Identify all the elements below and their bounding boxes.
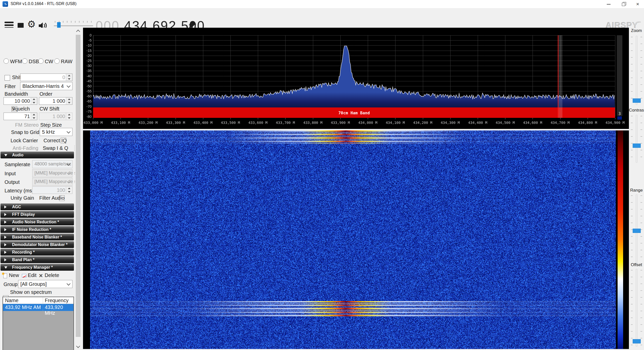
- offset-ticks: [631, 270, 633, 346]
- samplerate-dropdown[interactable]: 48000 sample/sec: [32, 160, 72, 168]
- section-band-plan[interactable]: Band Plan *: [1, 256, 74, 263]
- cw-shift-input: 1 000: [39, 113, 72, 120]
- bandwidth-label: Bandwidth: [5, 91, 28, 97]
- chevron-down-icon: [67, 282, 71, 286]
- fm-edit-button[interactable]: Edit: [21, 272, 36, 278]
- latency-input[interactable]: 100: [32, 186, 72, 194]
- filter-label: Filter: [5, 84, 16, 89]
- unity-gain-label: Unity Gain: [11, 195, 34, 201]
- chevron-down-icon: [67, 130, 71, 134]
- audio-output-dropdown: [MME] Mappeur de so: [32, 178, 72, 186]
- scrollbar-thumb[interactable]: [76, 35, 80, 337]
- correct-iq-label: Correct IQ: [44, 138, 67, 144]
- spectrum-panel: [83, 28, 629, 129]
- shift-input[interactable]: 0: [20, 74, 72, 81]
- order-label: Order: [39, 91, 52, 97]
- mode-radio-wfm[interactable]: [4, 58, 9, 64]
- group-dropdown[interactable]: [All Groups]: [18, 280, 72, 288]
- samplerate-label: Samplerate: [5, 162, 30, 167]
- mode-radio-dsb[interactable]: [22, 58, 27, 64]
- range-slider-label: Range: [629, 188, 644, 193]
- scroll-down-icon[interactable]: [76, 344, 80, 348]
- mode-label-wfm: WFM: [10, 59, 22, 64]
- swap-iq-label: Swap I & Q: [43, 145, 68, 151]
- latency-label: Latency (ms): [5, 188, 34, 194]
- contrast-slider[interactable]: [636, 115, 637, 163]
- app-window: ∿ SDR# v1.0.0.1664 - RTL-SDR (USB) × ⚙ 0…: [0, 0, 644, 350]
- order-input[interactable]: 1 000: [39, 97, 72, 105]
- section-demodulator-noise-blanker[interactable]: Demodulator Noise Blanker *: [1, 241, 74, 248]
- section-audio-noise-reduction[interactable]: Audio Noise Reduction *: [1, 219, 74, 225]
- show-on-spectrum-label: Show on spectrum: [10, 289, 52, 295]
- minimize-button[interactable]: [601, 0, 616, 8]
- collapse-arrow-icon: [4, 154, 7, 156]
- edit-icon: [21, 273, 26, 278]
- contrast-slider-thumb[interactable]: [633, 144, 641, 148]
- delete-icon: ✕: [38, 273, 43, 278]
- section-agc[interactable]: AGC: [1, 203, 74, 210]
- section-recording[interactable]: Recording *: [1, 249, 74, 256]
- offset-slider[interactable]: [636, 269, 637, 346]
- snap-to-grid-label: Snap to Grid: [11, 129, 39, 135]
- filter-audio-label: Filter Audio: [39, 195, 64, 201]
- shift-checkbox[interactable]: [5, 75, 10, 81]
- scroll-up-icon[interactable]: [76, 30, 80, 34]
- expand-arrow-icon: [4, 205, 7, 208]
- expand-arrow-icon: [4, 213, 7, 216]
- contrast-slider-label: Contrast: [629, 108, 644, 113]
- step-size-dropdown[interactable]: 5 kHz: [40, 128, 72, 136]
- section-audio[interactable]: Audio: [1, 152, 74, 158]
- offset-slider-label: Offset: [629, 262, 644, 267]
- close-button[interactable]: ×: [630, 0, 644, 8]
- section-fft-display[interactable]: FFT Display: [1, 211, 74, 218]
- squelch-input[interactable]: 71: [4, 113, 37, 120]
- range-ticks: [640, 195, 642, 265]
- expand-arrow-icon: [4, 251, 7, 254]
- mode-label-raw: RAW: [61, 59, 72, 64]
- zoom-ticks: [640, 37, 642, 104]
- range-slider-thumb[interactable]: [633, 229, 641, 233]
- minimize-icon: [607, 4, 611, 5]
- cw-shift-label: CW Shift: [39, 106, 59, 112]
- offset-slider-thumb[interactable]: [633, 339, 641, 343]
- bandwidth-input[interactable]: 10 000: [4, 97, 37, 105]
- shift-spinner[interactable]: [66, 74, 72, 81]
- titlebar: ∿ SDR# v1.0.0.1664 - RTL-SDR (USB) ×: [0, 0, 644, 9]
- display-controls-panel: ZoomContrastRangeOffset: [629, 28, 644, 350]
- fm-stereo-label: FM Stereo: [15, 122, 38, 128]
- group-label: Group:: [4, 282, 19, 287]
- table-header: Name Frequency: [3, 297, 73, 304]
- mode-radio-raw[interactable]: [54, 58, 60, 64]
- audio-input-label: Input: [5, 171, 16, 177]
- mode-radio-cw[interactable]: [38, 58, 44, 64]
- audio-output-label: Output: [5, 179, 20, 185]
- section-frequency-manager[interactable]: Frequency Manager *: [1, 264, 74, 271]
- expand-arrow-icon: [4, 236, 7, 239]
- demodulator-panel: WFMDSBCWRAW Shift 0 Filter Blackman-Harr…: [0, 28, 74, 350]
- collapse-arrow-icon: [4, 266, 7, 269]
- close-icon: ×: [630, 0, 644, 8]
- mode-label-cw: CW: [45, 59, 53, 64]
- zoom-ticks: [631, 37, 633, 104]
- waterfall-display[interactable]: [83, 130, 629, 349]
- section-if-noise-reduction[interactable]: IF Noise Reduction *: [1, 226, 74, 233]
- hamburger-icon: [5, 22, 14, 23]
- new-icon: ✱: [3, 273, 8, 278]
- section-baseband-noise-blanker[interactable]: Baseband Noise Blanker *: [1, 234, 74, 240]
- zoom-slider-label: Zoom: [629, 28, 644, 33]
- anti-fading-label: Anti-Fading: [13, 145, 38, 151]
- zoom-slider[interactable]: [636, 36, 637, 105]
- fm-new-button[interactable]: ✱ New: [3, 272, 19, 278]
- zoom-slider-thumb[interactable]: [633, 98, 641, 103]
- filter-dropdown[interactable]: Blackman-Harris 4: [20, 82, 72, 90]
- frequency-table[interactable]: Name Frequency 433,92 MHz AM433,920 MHz: [3, 297, 74, 350]
- waterfall-panel: [83, 130, 629, 349]
- expand-arrow-icon: [4, 258, 7, 261]
- spectrum-display[interactable]: [83, 28, 629, 129]
- audio-input-dropdown: [MME] Mappeur de so: [32, 169, 72, 177]
- left-panel-scrollbar[interactable]: [75, 28, 81, 350]
- table-row[interactable]: 433,92 MHz AM433,920 MHz: [3, 304, 73, 311]
- contrast-ticks: [640, 116, 642, 162]
- restore-button[interactable]: [616, 0, 630, 8]
- fm-delete-button[interactable]: ✕ Delete: [38, 272, 59, 278]
